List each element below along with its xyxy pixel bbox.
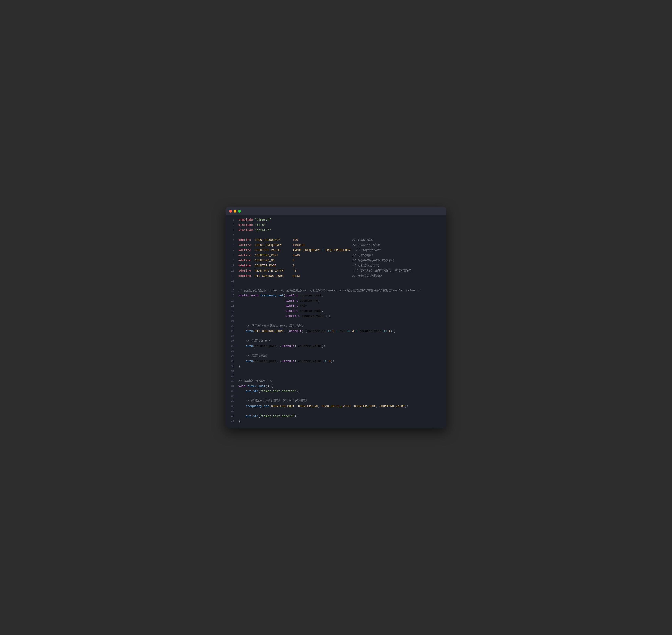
code-line: 6 #define INPUT_FREQUENCY 1193180 // 825… bbox=[226, 243, 446, 248]
code-line: 25 // 先写入低 8 位 bbox=[226, 338, 446, 344]
code-line: 11 #define READ_WRITE_LATCH 3 // 读写方式，先读… bbox=[226, 268, 446, 273]
code-line: 39 bbox=[226, 409, 446, 414]
code-line: 31 bbox=[226, 369, 446, 374]
code-line: 21 bbox=[226, 319, 446, 324]
code-line: 4 bbox=[226, 233, 446, 238]
code-line: 28 // 再写入高8位 bbox=[226, 354, 446, 359]
code-line: 34 void timer_init() { bbox=[226, 384, 446, 389]
code-line: 16 static void frequency_set(uint8_t cou… bbox=[226, 293, 446, 299]
code-area: 1 #include "timer.h" 2 #include "io.h" 3… bbox=[226, 216, 446, 428]
code-line: 2 #include "io.h" bbox=[226, 222, 446, 228]
code-line: 3 #include "print.h" bbox=[226, 228, 446, 233]
code-line: 20 uint16_t counter_value) { bbox=[226, 314, 446, 319]
code-line: 38 frequency_set(COUNTER0_PORT, COUNTER0… bbox=[226, 404, 446, 409]
maximize-button[interactable] bbox=[238, 210, 241, 213]
code-line: 10 #define COUNTER_MODE 2 // 计数器工作方式 bbox=[226, 263, 446, 268]
code-line: 33 /* 初始化 PIT8253 */ bbox=[226, 378, 446, 384]
code-line: 36 bbox=[226, 394, 446, 399]
code-line: 40 put_str("timer_init done\n"); bbox=[226, 414, 446, 419]
code-line: 26 outb(counter_port, (uint8_t) counter_… bbox=[226, 344, 446, 349]
close-button[interactable] bbox=[229, 210, 232, 213]
code-editor-window: 1 #include "timer.h" 2 #include "io.h" 3… bbox=[226, 207, 446, 428]
code-line: 12 #define PIT_CONTROL_PORT 0x43 // 控制字寄… bbox=[226, 273, 446, 279]
code-line: 27 bbox=[226, 349, 446, 354]
code-line: 8 #define COUNTER0_PORT 0x40 // 计数器端口 bbox=[226, 253, 446, 258]
code-line: 37 // 设置8253的定时周期，即发送中断的周期 bbox=[226, 399, 446, 404]
title-bar bbox=[226, 207, 446, 216]
code-line: 17 uint8_t counter_no, bbox=[226, 299, 446, 304]
code-line: 22 // 往控制字寄存器端口 0x43 写入控制字 bbox=[226, 324, 446, 329]
code-line: 18 uint8_t rwl, bbox=[226, 303, 446, 309]
code-line: 23 outb(PIT_CONTROL_PORT, (uint8_t) (cou… bbox=[226, 329, 446, 334]
code-line: 19 uint8_t counter_mode, bbox=[226, 309, 446, 314]
code-line: 13 bbox=[226, 279, 446, 283]
code-line: 29 outb(counter_port, (uint8_t) counter_… bbox=[226, 359, 446, 364]
code-line: 5 #define IRQ0_FREQUENCY 100 // IRQ0 频率 bbox=[226, 238, 446, 243]
code-line: 24 bbox=[226, 334, 446, 338]
code-line: 32 bbox=[226, 374, 446, 378]
code-line: 1 #include "timer.h" bbox=[226, 218, 446, 223]
code-line: 35 put_str("timer_init start\n"); bbox=[226, 389, 446, 394]
code-line: 9 #define COUNTER0_NO 0 // 控制字中使用的计数器号码 bbox=[226, 258, 446, 263]
minimize-button[interactable] bbox=[233, 210, 237, 213]
code-line: 7 #define COUNTER0_VALUE INPUT_FREQUENCY… bbox=[226, 248, 446, 253]
code-line: 30 } bbox=[226, 364, 446, 369]
code-line: 14 bbox=[226, 283, 446, 288]
code-line: 41 } bbox=[226, 419, 446, 424]
code-line: 15 /* 把操作的计数器counter_no、读写锁属性rwl、计数器模式co… bbox=[226, 288, 446, 293]
